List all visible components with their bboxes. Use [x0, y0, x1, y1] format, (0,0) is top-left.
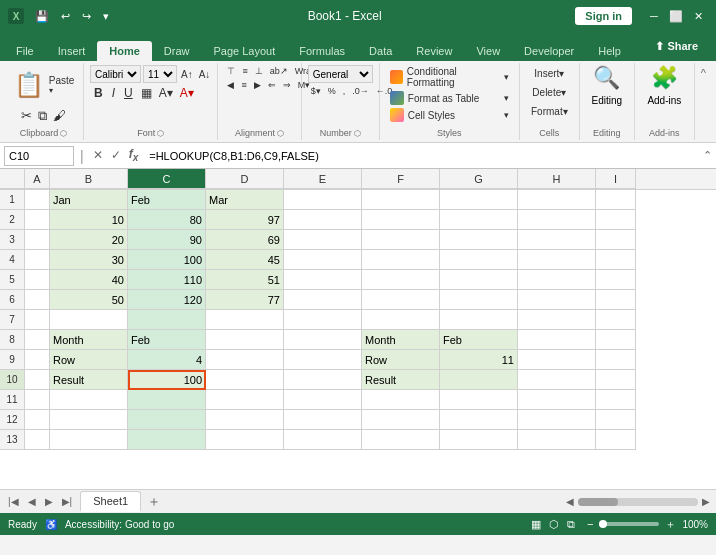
sign-in-button[interactable]: Sign in [575, 7, 632, 25]
cell-c10[interactable]: 100 [128, 370, 206, 390]
italic-button[interactable]: I [108, 85, 119, 101]
cell-h12[interactable] [518, 410, 596, 430]
cell-a7[interactable] [25, 310, 50, 330]
cell-a11[interactable] [25, 390, 50, 410]
cell-c5[interactable]: 110 [128, 270, 206, 290]
ribbon-collapse-button[interactable]: ^ [697, 65, 710, 81]
font-family-select[interactable]: Calibri [90, 65, 141, 83]
format-cells-button[interactable]: Format▾ [526, 103, 573, 120]
cancel-formula-button[interactable]: ✕ [90, 146, 106, 164]
cell-i13[interactable] [596, 430, 636, 450]
cell-styles-button[interactable]: Cell Styles ▾ [386, 107, 513, 123]
cell-g8[interactable]: Feb [440, 330, 518, 350]
row-header-7[interactable]: 7 [0, 310, 25, 330]
cell-e5[interactable] [284, 270, 362, 290]
paste-button[interactable]: 📋 Paste ▾ [7, 65, 81, 105]
cell-a6[interactable] [25, 290, 50, 310]
align-middle-button[interactable]: ≡ [239, 65, 250, 77]
row-header-13[interactable]: 13 [0, 430, 25, 450]
border-button[interactable]: ▦ [138, 85, 155, 101]
conditional-formatting-button[interactable]: Conditional Formatting ▾ [386, 65, 513, 89]
increase-font-button[interactable]: A↑ [179, 68, 195, 81]
cell-f2[interactable] [362, 210, 440, 230]
cell-f7[interactable] [362, 310, 440, 330]
tab-formulas[interactable]: Formulas [287, 41, 357, 61]
scroll-right-button[interactable]: ▶ [700, 494, 712, 509]
cell-e1[interactable] [284, 190, 362, 210]
cell-f5[interactable] [362, 270, 440, 290]
page-layout-view-button[interactable]: ⬡ [546, 517, 562, 532]
cell-b1[interactable]: Jan [50, 190, 128, 210]
cell-a2[interactable] [25, 210, 50, 230]
cell-h1[interactable] [518, 190, 596, 210]
cell-a4[interactable] [25, 250, 50, 270]
cell-e8[interactable] [284, 330, 362, 350]
cell-h10[interactable] [518, 370, 596, 390]
cell-b2[interactable]: 10 [50, 210, 128, 230]
sheet-nav-prev-button[interactable]: ◀ [24, 494, 40, 509]
font-expand-icon[interactable]: ⬡ [157, 129, 164, 138]
indent-decrease-button[interactable]: ⇐ [265, 79, 279, 91]
cell-g1[interactable] [440, 190, 518, 210]
share-button[interactable]: ⬆ Share [645, 36, 708, 57]
alignment-expand-icon[interactable]: ⬡ [277, 129, 284, 138]
tab-home[interactable]: Home [97, 41, 152, 61]
row-header-4[interactable]: 4 [0, 250, 25, 270]
cell-e9[interactable] [284, 350, 362, 370]
col-header-e[interactable]: E [284, 169, 362, 189]
cell-f3[interactable] [362, 230, 440, 250]
cell-b8[interactable]: Month [50, 330, 128, 350]
cell-h8[interactable] [518, 330, 596, 350]
align-center-button[interactable]: ≡ [238, 79, 249, 91]
cell-h5[interactable] [518, 270, 596, 290]
col-header-g[interactable]: G [440, 169, 518, 189]
tab-draw[interactable]: Draw [152, 41, 202, 61]
cell-h3[interactable] [518, 230, 596, 250]
col-header-h[interactable]: H [518, 169, 596, 189]
row-header-5[interactable]: 5 [0, 270, 25, 290]
cell-i9[interactable] [596, 350, 636, 370]
cell-g12[interactable] [440, 410, 518, 430]
scroll-left-button[interactable]: ◀ [564, 494, 576, 509]
format-as-table-button[interactable]: Format as Table ▾ [386, 90, 513, 106]
close-button[interactable]: ✕ [688, 6, 708, 26]
align-bottom-button[interactable]: ⊥ [252, 65, 266, 77]
row-header-12[interactable]: 12 [0, 410, 25, 430]
cell-c3[interactable]: 90 [128, 230, 206, 250]
cell-f13[interactable] [362, 430, 440, 450]
cell-h4[interactable] [518, 250, 596, 270]
cell-i7[interactable] [596, 310, 636, 330]
zoom-out-button[interactable]: − [584, 517, 596, 531]
cell-g7[interactable] [440, 310, 518, 330]
cell-b5[interactable]: 40 [50, 270, 128, 290]
cell-c1[interactable]: Feb [128, 190, 206, 210]
cell-d13[interactable] [206, 430, 284, 450]
scroll-track[interactable] [578, 498, 698, 506]
zoom-slider-track[interactable] [599, 522, 659, 526]
cell-i2[interactable] [596, 210, 636, 230]
tab-insert[interactable]: Insert [46, 41, 98, 61]
cell-i12[interactable] [596, 410, 636, 430]
decrease-font-button[interactable]: A↓ [197, 68, 213, 81]
cell-b6[interactable]: 50 [50, 290, 128, 310]
undo-button[interactable]: ↩ [56, 8, 75, 25]
row-header-1[interactable]: 1 [0, 190, 25, 210]
cell-f12[interactable] [362, 410, 440, 430]
cell-d7[interactable] [206, 310, 284, 330]
align-top-button[interactable]: ⊤ [224, 65, 238, 77]
cell-e2[interactable] [284, 210, 362, 230]
zoom-slider-thumb[interactable] [599, 520, 607, 528]
cell-h11[interactable] [518, 390, 596, 410]
cell-a5[interactable] [25, 270, 50, 290]
cell-i10[interactable] [596, 370, 636, 390]
cell-d11[interactable] [206, 390, 284, 410]
col-header-d[interactable]: D [206, 169, 284, 189]
tab-file[interactable]: File [4, 41, 46, 61]
cell-b9[interactable]: Row [50, 350, 128, 370]
cell-e11[interactable] [284, 390, 362, 410]
insert-cells-button[interactable]: Insert▾ [529, 65, 569, 82]
cell-c2[interactable]: 80 [128, 210, 206, 230]
cell-a10[interactable] [25, 370, 50, 390]
number-expand-icon[interactable]: ⬡ [354, 129, 361, 138]
page-break-view-button[interactable]: ⧉ [564, 517, 578, 532]
